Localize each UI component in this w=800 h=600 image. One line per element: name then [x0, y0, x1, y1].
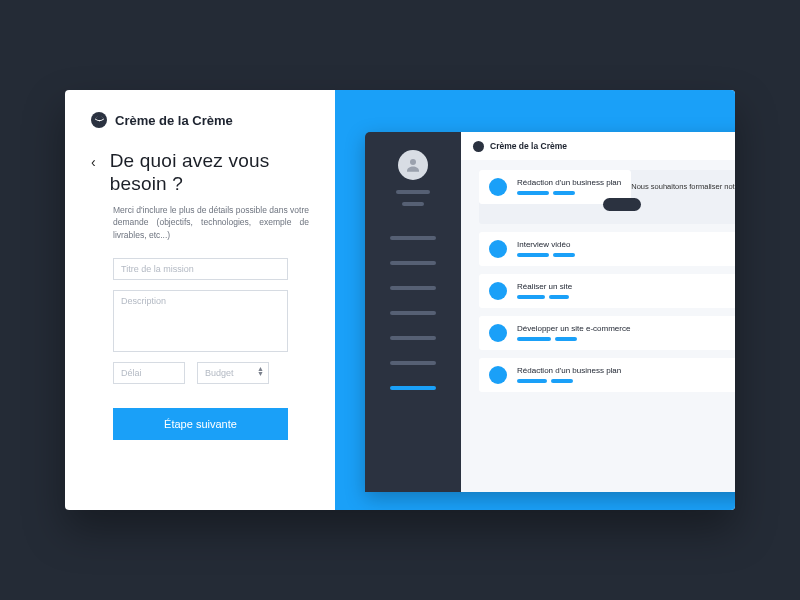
item-title: Interview vidéo — [517, 240, 575, 249]
item-dot-icon — [489, 282, 507, 300]
preview-pane: Crème de la Crème Rédaction d'un busines… — [335, 90, 735, 510]
sidebar-item-active[interactable] — [390, 386, 436, 390]
sidebar-item[interactable] — [390, 336, 436, 340]
sidebar-item[interactable] — [390, 311, 436, 315]
next-step-button[interactable]: Étape suivante — [113, 408, 288, 440]
user-icon — [404, 156, 422, 174]
preview-main: Crème de la Crème Rédaction d'un busines… — [461, 132, 735, 492]
sidebar-user-meta — [396, 186, 430, 210]
item-title: Rédaction d'un business plan — [517, 366, 621, 375]
brand-icon — [91, 112, 107, 128]
sidebar-item[interactable] — [390, 261, 436, 265]
preview-brand-name: Crème de la Crème — [490, 141, 567, 151]
form-pane: Crème de la Crème ‹ De quoi avez vous be… — [65, 90, 335, 510]
sidebar-menu — [390, 232, 436, 394]
item-title: Développer un site e-commerce — [517, 324, 630, 333]
list-item[interactable]: Réaliser un site — [479, 274, 735, 308]
svg-point-0 — [410, 159, 416, 165]
sidebar-item[interactable] — [390, 286, 436, 290]
sidebar-item[interactable] — [390, 236, 436, 240]
avatar — [398, 150, 428, 180]
sidebar-item[interactable] — [390, 361, 436, 365]
brand-icon — [473, 141, 484, 152]
list-item[interactable]: Rédaction d'un business plan Nous souhai… — [479, 170, 735, 224]
item-dot-icon — [489, 240, 507, 258]
mission-title-input[interactable] — [113, 258, 288, 280]
page-title: De quoi avez vous besoin ? — [110, 150, 309, 196]
page-description: Merci d'inclure le plus de détails possi… — [113, 204, 309, 242]
item-detail: Nous souhaitons formaliser notre projet … — [631, 182, 735, 212]
mission-description-input[interactable] — [113, 290, 288, 352]
list-item[interactable]: Rédaction d'un business plan — [479, 358, 735, 392]
preview-sidebar — [365, 132, 461, 492]
delay-input[interactable] — [113, 362, 185, 384]
item-title: Réaliser un site — [517, 282, 572, 291]
item-dot-icon — [489, 366, 507, 384]
preview-header: Crème de la Crème — [461, 132, 735, 160]
mission-form: ▲▼ Étape suivante — [113, 258, 309, 440]
brand: Crème de la Crème — [91, 112, 309, 128]
item-dot-icon — [489, 178, 507, 196]
list-item[interactable]: Interview vidéo — [479, 232, 735, 266]
select-caret-icon: ▲▼ — [257, 366, 264, 377]
brand-name: Crème de la Crème — [115, 113, 233, 128]
list-item[interactable]: Développer un site e-commerce — [479, 316, 735, 350]
preview-window: Crème de la Crème Rédaction d'un busines… — [365, 132, 735, 492]
item-dot-icon — [489, 324, 507, 342]
onboarding-card: Crème de la Crème ‹ De quoi avez vous be… — [65, 90, 735, 510]
item-title: Rédaction d'un business plan — [517, 178, 621, 187]
status-pill — [603, 198, 641, 211]
back-button[interactable]: ‹ — [91, 150, 96, 196]
preview-list: Rédaction d'un business plan Nous souhai… — [461, 160, 735, 392]
budget-select[interactable]: ▲▼ — [197, 362, 269, 384]
